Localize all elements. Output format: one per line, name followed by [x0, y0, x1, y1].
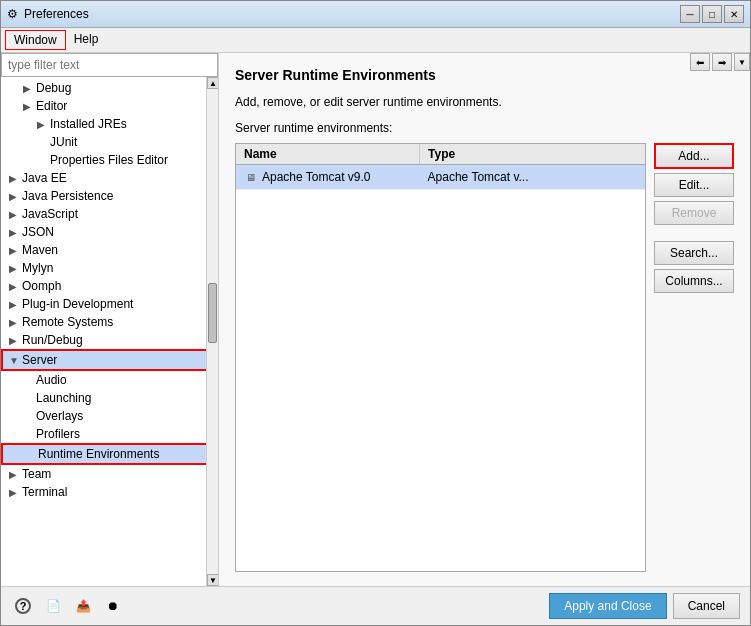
restore-defaults-button[interactable]: 📄 — [41, 594, 65, 618]
add-button[interactable]: Add... — [654, 143, 734, 169]
tree-label-oomph: Oomph — [22, 279, 61, 293]
export-button[interactable]: 📤 — [71, 594, 95, 618]
bottom-left-icons: ? 📄 📤 ⏺ — [11, 594, 125, 618]
tree-arrow-remote-systems: ▶ — [9, 317, 19, 328]
scroll-thumb[interactable] — [208, 283, 217, 343]
tree-item-maven[interactable]: ▶ Maven — [1, 241, 218, 259]
help-icon-button[interactable]: ? — [11, 594, 35, 618]
button-panel: Add... Edit... Remove Search... Columns.… — [654, 143, 734, 572]
tree-label-javascript: JavaScript — [22, 207, 78, 221]
tree-arrow-debug: ▶ — [23, 83, 33, 94]
columns-button[interactable]: Columns... — [654, 269, 734, 293]
tree-arrow-overlays — [23, 411, 33, 422]
remove-button[interactable]: Remove — [654, 201, 734, 225]
tree-item-installed-jres[interactable]: ▶ Installed JREs — [1, 115, 218, 133]
back-button[interactable]: ⬅ — [690, 53, 710, 71]
tree-label-profilers: Profilers — [36, 427, 80, 441]
apply-and-close-button[interactable]: Apply and Close — [549, 593, 666, 619]
tree-item-properties-files-editor[interactable]: Properties Files Editor — [1, 151, 218, 169]
scroll-up-arrow[interactable]: ▲ — [207, 77, 218, 89]
tree-item-mylyn[interactable]: ▶ Mylyn — [1, 259, 218, 277]
tree-item-team[interactable]: ▶ Team — [1, 465, 218, 483]
tree-arrow-profilers — [23, 429, 33, 440]
bottom-right-buttons: Apply and Close Cancel — [549, 593, 740, 619]
tree-item-editor[interactable]: ▶ Editor — [1, 97, 218, 115]
scroll-down-arrow[interactable]: ▼ — [207, 574, 218, 586]
dialog-content: ▶ Debug ▶ Editor ▶ Installed JREs JUnit — [1, 53, 750, 625]
tree-label-team: Team — [22, 467, 51, 481]
record-icon: ⏺ — [107, 599, 119, 613]
tree-arrow-team: ▶ — [9, 469, 19, 480]
close-button[interactable]: ✕ — [724, 5, 744, 23]
tree-item-java-persistence[interactable]: ▶ Java Persistence — [1, 187, 218, 205]
tree-label-run-debug: Run/Debug — [22, 333, 83, 347]
tree-arrow-server: ▼ — [9, 355, 19, 366]
tree-arrow-java-persistence: ▶ — [9, 191, 19, 202]
tree-item-run-debug[interactable]: ▶ Run/Debug — [1, 331, 218, 349]
tree-item-java-ee[interactable]: ▶ Java EE — [1, 169, 218, 187]
maximize-button[interactable]: □ — [702, 5, 722, 23]
tree-label-json: JSON — [22, 225, 54, 239]
tree-label-debug: Debug — [36, 81, 71, 95]
tree-label-installed-jres: Installed JREs — [50, 117, 127, 131]
tree-item-javascript[interactable]: ▶ JavaScript — [1, 205, 218, 223]
tree-label-remote-systems: Remote Systems — [22, 315, 113, 329]
tree-scrollbar[interactable]: ▲ ▼ — [206, 77, 218, 586]
tree-item-launching[interactable]: Launching — [1, 389, 218, 407]
menu-bar: Window Help — [1, 28, 750, 53]
import-button[interactable]: ⏺ — [101, 594, 125, 618]
tree-arrow-audio — [23, 375, 33, 386]
edit-button[interactable]: Edit... — [654, 173, 734, 197]
search-button[interactable]: Search... — [654, 241, 734, 265]
right-panel-title: Server Runtime Environments — [235, 67, 734, 83]
tree-label-audio: Audio — [36, 373, 67, 387]
tree-arrow-runtime-environments — [25, 449, 35, 460]
tree-label-java-ee: Java EE — [22, 171, 67, 185]
tree-arrow-installed-jres: ▶ — [37, 119, 47, 130]
tree-item-junit[interactable]: JUnit — [1, 133, 218, 151]
filter-input[interactable] — [1, 53, 218, 77]
table-row[interactable]: 🖥 Apache Tomcat v9.0 Apache Tomcat v... — [236, 165, 645, 190]
right-panel-table-label: Server runtime environments: — [235, 121, 734, 135]
tree-arrow-launching — [23, 393, 33, 404]
server-icon: 🖥 — [244, 170, 258, 184]
menu-window-label: Window — [14, 33, 57, 47]
cancel-button[interactable]: Cancel — [673, 593, 740, 619]
tree-label-pfe: Properties Files Editor — [50, 153, 168, 167]
help-icon: ? — [15, 598, 31, 614]
title-bar-title: ⚙ Preferences — [7, 7, 680, 21]
minimize-button[interactable]: ─ — [680, 5, 700, 23]
column-header-name: Name — [236, 144, 420, 164]
tree-item-oomph[interactable]: ▶ Oomph — [1, 277, 218, 295]
table-header: Name Type — [236, 144, 645, 165]
tree-arrow-maven: ▶ — [9, 245, 19, 256]
menu-item-window[interactable]: Window — [5, 30, 66, 50]
tree-item-remote-systems[interactable]: ▶ Remote Systems — [1, 313, 218, 331]
tree-item-profilers[interactable]: Profilers — [1, 425, 218, 443]
right-panel-description: Add, remove, or edit server runtime envi… — [235, 95, 734, 109]
tree-item-server[interactable]: ▼ Server — [1, 349, 218, 371]
menu-item-help[interactable]: Help — [66, 30, 107, 50]
tree-item-debug[interactable]: ▶ Debug — [1, 79, 218, 97]
nav-dropdown-button[interactable]: ▼ — [734, 53, 750, 71]
tree-item-overlays[interactable]: Overlays — [1, 407, 218, 425]
tree-arrow-run-debug: ▶ — [9, 335, 19, 346]
tree-arrow-mylyn: ▶ — [9, 263, 19, 274]
dialog-title: Preferences — [24, 7, 89, 21]
tree-arrow-editor: ▶ — [23, 101, 33, 112]
tree-item-runtime-environments[interactable]: Runtime Environments — [1, 443, 218, 465]
tree-item-json[interactable]: ▶ JSON — [1, 223, 218, 241]
server-runtime-table: Name Type 🖥 Apache Tomcat v9.0 — [235, 143, 646, 572]
tree-arrow-javascript: ▶ — [9, 209, 19, 220]
tree-item-audio[interactable]: Audio — [1, 371, 218, 389]
tree-item-plugin-development[interactable]: ▶ Plug-in Development — [1, 295, 218, 313]
tree-label-terminal: Terminal — [22, 485, 67, 499]
scroll-track — [207, 89, 218, 574]
forward-button[interactable]: ➡ — [712, 53, 732, 71]
tree-item-terminal[interactable]: ▶ Terminal — [1, 483, 218, 501]
tree-arrow-plugin-development: ▶ — [9, 299, 19, 310]
export-icon: 📤 — [76, 599, 91, 613]
column-header-type: Type — [420, 144, 645, 164]
row-type-cell: Apache Tomcat v... — [420, 168, 645, 186]
dialog-body: ▶ Debug ▶ Editor ▶ Installed JREs JUnit — [1, 53, 750, 586]
